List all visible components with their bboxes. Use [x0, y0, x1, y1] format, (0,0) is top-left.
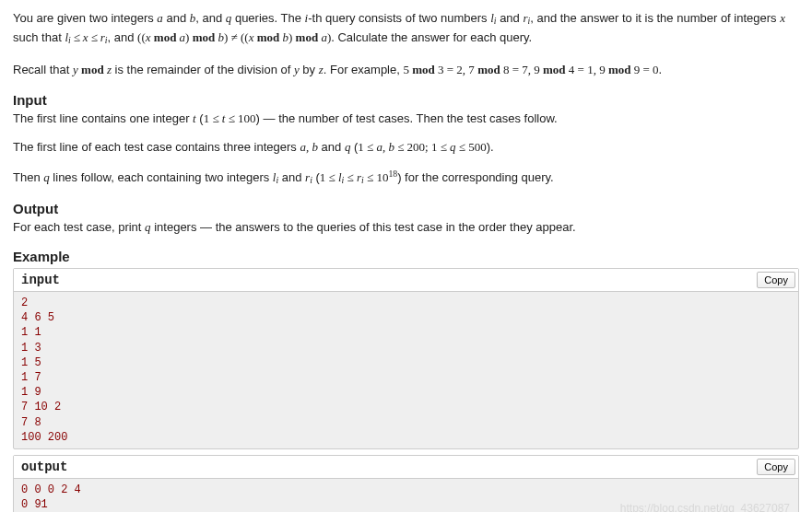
output-heading: Output	[13, 201, 799, 216]
sample-input-content: 2 4 6 5 1 1 1 3 1 5 1 7 1 9 7 10 2 7 8 1…	[14, 292, 798, 448]
statement-paragraph-1: You are given two integers a and b, and …	[13, 9, 799, 48]
mod-examples: 5 mod 3 = 2, 7 mod 8 = 7, 9 mod 4 = 1, 9…	[403, 63, 658, 76]
range-cond: li≤x≤ri	[65, 30, 107, 44]
sample-output-content: 0 0 0 2 4 0 91	[14, 479, 798, 512]
mod-condition: ((x mod a) mod b) ≠ ((x mod b) mod a)	[137, 30, 331, 44]
recall-paragraph: Recall that y mod z is the remainder of …	[13, 61, 799, 79]
copy-output-button[interactable]: Copy	[757, 459, 795, 475]
input-desc-3: Then q lines follow, each containing two…	[13, 168, 799, 188]
input-label: input	[21, 273, 60, 287]
example-heading: Example	[13, 249, 799, 264]
ymodz: y mod z	[73, 63, 112, 76]
sample-input-block: input Copy 2 4 6 5 1 1 1 3 1 5 1 7 1 9 7…	[13, 268, 799, 449]
lr-range: 1 ≤ li ≤ ri ≤ 1018	[320, 170, 397, 184]
t-range: 1 ≤ t ≤ 100	[204, 111, 256, 125]
copy-input-button[interactable]: Copy	[757, 272, 795, 288]
input-heading: Input	[13, 92, 799, 108]
output-desc: For each test case, print q integers — t…	[13, 218, 799, 237]
var-x: x	[780, 11, 785, 25]
abq-range: 1 ≤ a, b ≤ 200; 1 ≤ q ≤ 500	[358, 140, 486, 154]
sample-output-block: output Copy 0 0 0 2 4 0 91	[13, 455, 799, 512]
input-desc-1: The first line contains one integer t (1…	[13, 110, 799, 128]
input-desc-2: The first line of each test case contain…	[13, 138, 799, 157]
output-label: output	[21, 460, 67, 474]
